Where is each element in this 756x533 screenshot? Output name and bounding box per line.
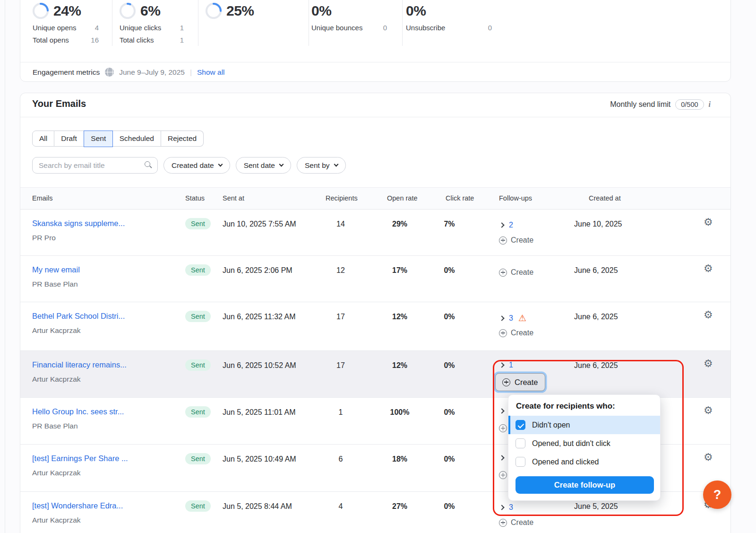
tab-draft[interactable]: Draft [54, 131, 84, 147]
email-subtitle: Artur Kacprzak [32, 469, 81, 477]
followups-count-link[interactable]: 1 [509, 361, 513, 369]
sent-by-filter[interactable]: Sent by [297, 157, 346, 174]
status-badge: Sent [185, 406, 211, 418]
open-rate: 27% [383, 502, 416, 511]
expand-followups-icon[interactable] [499, 315, 504, 321]
expand-followups-icon[interactable] [499, 362, 504, 367]
clicks-donut-chart [120, 3, 136, 19]
recipients: 4 [326, 502, 355, 511]
open-rate-percent: 24% [53, 3, 81, 19]
open-rate: 29% [383, 220, 416, 228]
created-at: June 6, 2025 [574, 313, 618, 321]
email-subtitle: Artur Kacprzak [32, 326, 81, 335]
metric-divider [198, 0, 198, 46]
tab-scheduled[interactable]: Scheduled [113, 131, 161, 147]
email-title-link[interactable]: Hello Group Inc. sees str... [32, 407, 124, 416]
send-limit-label: Monthly send limit [610, 100, 670, 109]
create-followup-link[interactable]: Create [499, 236, 533, 245]
email-title-link[interactable]: Bethel Park School Distri... [32, 312, 125, 321]
help-button[interactable]: ? [703, 481, 731, 509]
status-badge: Sent [185, 311, 211, 322]
option-didnt-open[interactable]: Didn't open [508, 416, 660, 434]
checkbox-unchecked-icon[interactable] [515, 457, 525, 467]
create-followup-link[interactable]: Create [499, 518, 533, 527]
click-rate: 0% [433, 266, 466, 275]
metric-detail-row: Total clicks1 [120, 36, 184, 44]
sent-at: Jun 6, 2025 10:52 AM [223, 361, 296, 370]
create-followup-link[interactable]: Create [499, 268, 533, 277]
email-title-link[interactable]: My new email [32, 265, 80, 274]
send-limit-badge: 0/500 [675, 99, 704, 110]
engagement-metrics-label: Engagement metrics [33, 68, 100, 77]
recipients: 12 [326, 266, 355, 275]
status-badge: Sent [185, 453, 211, 464]
click-rate: 0% [433, 408, 466, 417]
expand-followups-icon[interactable] [499, 222, 504, 227]
email-title-link[interactable]: [test] Earnings Per Share ... [32, 454, 128, 463]
option-opened-and-clicked[interactable]: Opened and clicked [508, 453, 660, 471]
settings-gear-icon[interactable]: ⚙ [704, 404, 713, 417]
option-opened-not-clicked[interactable]: Opened, but didn't click [508, 434, 660, 453]
metric-divider [309, 0, 309, 46]
sent-at: Jun 6, 2025 11:32 AM [223, 313, 295, 321]
expand-followups-icon[interactable] [499, 408, 504, 413]
plus-circle-icon [499, 519, 507, 527]
open-rate: 18% [383, 455, 416, 463]
followups-count-link[interactable]: 3 [509, 314, 513, 323]
email-subtitle: PR Base Plan [32, 422, 78, 430]
click-rate: 7% [433, 220, 466, 228]
created-at: June 10, 2025 [574, 220, 622, 228]
col-followups: Follow-ups [499, 194, 532, 202]
metric-detail-row: Total opens16 [33, 36, 99, 44]
metric-detail-row: Unique opens4 [33, 24, 99, 32]
checkbox-checked-icon[interactable] [515, 420, 525, 430]
email-subtitle: PR Base Plan [32, 280, 78, 288]
followups-count-link[interactable]: 2 [509, 221, 513, 229]
sent-date-filter[interactable]: Sent date [236, 157, 291, 174]
tab-all[interactable]: All [32, 131, 54, 147]
email-row: Bethel Park School Distri... Artur Kacpr… [20, 302, 730, 351]
sent-at: Jun 5, 2025 10:49 AM [223, 455, 296, 463]
col-open-rate: Open rate [387, 194, 418, 202]
tab-sent[interactable]: Sent [84, 131, 113, 147]
col-sent-at: Sent at [223, 194, 244, 202]
email-title-link[interactable]: Skanska signs suppleme... [32, 219, 125, 228]
recipients: 6 [326, 455, 355, 463]
create-followup-submit-button[interactable]: Create follow-up [515, 476, 654, 494]
settings-gear-icon[interactable]: ⚙ [704, 262, 713, 275]
show-all-link[interactable]: Show all [197, 68, 225, 77]
plus-circle-icon [499, 329, 507, 337]
create-followup-link[interactable] [499, 424, 507, 432]
settings-gear-icon[interactable]: ⚙ [704, 451, 713, 463]
checkbox-unchecked-icon[interactable] [515, 438, 525, 448]
popup-title: Create for recipients who: [508, 395, 660, 416]
col-recipients: Recipients [326, 194, 358, 202]
vertical-divider: | [190, 68, 192, 77]
created-at: June 6, 2025 [574, 361, 618, 370]
created-date-filter[interactable]: Created date [163, 157, 230, 174]
create-followup-link[interactable]: Create [499, 329, 533, 337]
email-title-link[interactable]: [test] Wondershare Edra... [32, 501, 123, 510]
settings-gear-icon[interactable]: ⚙ [704, 216, 713, 228]
settings-gear-icon[interactable]: ⚙ [704, 309, 713, 321]
settings-gear-icon[interactable]: ⚙ [704, 358, 713, 370]
metric-unique-bounces: 0% Unique bounces0 [311, 2, 387, 32]
expand-followups-icon[interactable] [499, 505, 504, 510]
unsubscribe-rate-percent: 0% [406, 3, 426, 19]
tab-rejected[interactable]: Rejected [161, 131, 204, 147]
email-title-link[interactable]: Financial literacy remains... [32, 360, 127, 369]
status-badge: Sent [185, 500, 211, 512]
expand-followups-icon[interactable] [499, 455, 504, 460]
table-header: Emails Status Sent at Recipients Open ra… [20, 187, 730, 210]
info-icon[interactable]: i [709, 100, 711, 109]
open-rate: 12% [383, 361, 416, 370]
metric-unsubscribe: 0% Unsubscribe0 [406, 2, 492, 32]
recipients: 17 [326, 313, 355, 321]
create-followup-button-focused[interactable]: Create [495, 373, 545, 391]
search-input[interactable] [32, 157, 158, 174]
opens-donut-chart [33, 3, 49, 19]
create-followup-link[interactable] [499, 471, 507, 479]
open-rate: 12% [383, 313, 416, 321]
followups-count-link[interactable]: 3 [509, 503, 513, 512]
email-subtitle: Artur Kacprzak [32, 375, 81, 384]
